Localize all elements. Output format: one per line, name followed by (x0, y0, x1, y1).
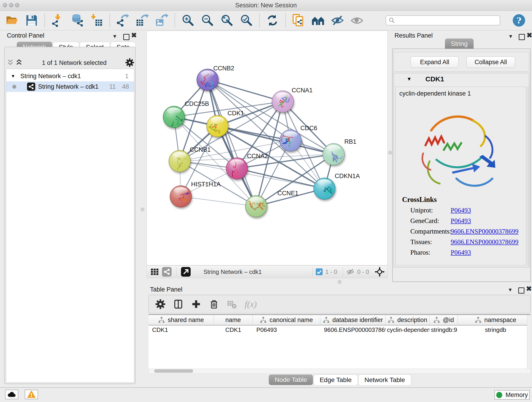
column-type-icon (388, 317, 394, 323)
network-canvas[interactable]: CCNB2CCNA1CDC25BCDK1CDC6RB1CCNB1CCNA2CDK… (147, 31, 388, 265)
table-horizontal-scrollbar[interactable] (148, 369, 531, 374)
table-vertical-scrollbar[interactable] (527, 315, 531, 369)
open-session-button[interactable] (6, 14, 19, 27)
network-status-dot (12, 85, 16, 89)
bottom-splitter-handle[interactable] (338, 280, 341, 284)
tab-node-table[interactable]: Node Table (269, 375, 313, 385)
tab-string[interactable]: String (445, 38, 474, 49)
export-image-button[interactable] (155, 14, 168, 27)
cdk1-section-title: CDK1 (425, 75, 444, 83)
column-header-name[interactable]: name (214, 315, 253, 325)
zoom-out-button[interactable] (201, 14, 214, 27)
show-all-button[interactable] (350, 14, 364, 27)
string-network-icon (27, 83, 35, 91)
column-header-database-identifier[interactable]: database identifier (320, 315, 386, 325)
crosslink-link[interactable]: 9606.ENSP00000378699 (451, 238, 519, 245)
network-badge-icon[interactable] (162, 267, 172, 277)
current-network-title: String Network – cdk1 (203, 268, 262, 275)
crosslink-link[interactable]: P06493 (451, 217, 471, 224)
cloud-button[interactable] (5, 390, 18, 399)
crosslink-row-genecard-: GeneCard:P06493 (410, 217, 525, 228)
import-table-from-file-button[interactable] (90, 14, 103, 27)
hide-selection-button[interactable] (331, 14, 344, 27)
cdk1-expander-icon[interactable]: ▼ (407, 76, 412, 82)
results-scrollbar[interactable] (526, 87, 529, 265)
delete-column-button[interactable] (209, 299, 219, 309)
left-splitter-handle[interactable] (141, 208, 144, 211)
results-panel-float-icon[interactable] (519, 34, 525, 40)
protein-description: cyclin-dependent kinase 1 (399, 90, 471, 97)
edge-CCNB2-RB1[interactable] (208, 80, 334, 154)
node-label-RB1: RB1 (344, 138, 356, 145)
scrollbar-thumb[interactable] (154, 369, 193, 373)
crosslink-link[interactable]: P06493 (451, 249, 471, 256)
expand-all-button[interactable]: Expand All (411, 56, 459, 68)
zoom-in-button[interactable] (181, 14, 195, 27)
control-panel-float-icon[interactable] (123, 34, 129, 40)
control-panel-menu-icon[interactable]: ▼ (112, 33, 117, 39)
table-settings-button[interactable] (155, 299, 165, 309)
collection-expander-icon[interactable]: ▼ (11, 74, 15, 79)
search-input[interactable] (395, 17, 497, 24)
network-graph[interactable]: CCNB2CCNA1CDC25BCDK1CDC6RB1CCNB1CCNA2CDK… (147, 31, 387, 265)
cell--id: stringdb:9... (430, 326, 458, 333)
collapse-all-networks-button[interactable] (6, 58, 15, 67)
function-builder-button[interactable]: f(x) (245, 299, 257, 309)
new-network-from-selection-button[interactable] (292, 14, 305, 27)
network-row[interactable]: String Network – cdk1 11 48 (6, 81, 134, 92)
results-panel-menu-icon[interactable]: ▼ (508, 33, 513, 39)
memory-button[interactable]: Memory (494, 390, 530, 400)
node-label-CCNA2: CCNA2 (247, 153, 268, 160)
column-type-icon (433, 317, 440, 323)
table-row[interactable]: CDK1CDK1P064939606.ENSP00000378699cyclin… (148, 325, 531, 334)
crosslink-link[interactable]: P06493 (451, 206, 471, 214)
zoom-selected-button[interactable] (240, 14, 253, 27)
node-label-CDK1: CDK1 (228, 110, 244, 117)
column-header-description[interactable]: description (386, 315, 430, 325)
column-header-shared-name[interactable]: shared name (148, 315, 214, 325)
import-network-from-database-button[interactable] (70, 14, 84, 27)
warnings-button[interactable] (25, 390, 38, 399)
column-header--id[interactable]: @id (430, 315, 458, 325)
control-panel-close-icon[interactable]: ✖ (131, 31, 137, 39)
save-session-button[interactable] (25, 14, 38, 27)
collapse-all-button[interactable]: Collapse All (467, 56, 515, 68)
first-neighbors-button[interactable] (311, 14, 325, 27)
column-type-icon (475, 317, 481, 323)
column-label: canonical name (269, 317, 313, 324)
birdseye-view-icon[interactable] (181, 267, 191, 277)
toggle-columns-button[interactable] (173, 299, 183, 309)
column-header-canonical-name[interactable]: canonical name (253, 315, 320, 325)
tab-network-table[interactable]: Network Table (358, 375, 411, 385)
crosslink-link[interactable]: 9606.ENSP00000378699 (451, 228, 519, 235)
help-button[interactable]: ? (513, 14, 525, 27)
results-panel-close-icon[interactable]: ✖ (526, 31, 532, 39)
refresh-network-button[interactable] (266, 14, 279, 27)
column-header-namespace[interactable]: namespace (458, 315, 531, 325)
expand-all-networks-button[interactable] (15, 58, 23, 67)
table-panel-menu-icon[interactable]: ▼ (508, 287, 513, 293)
export-network-button[interactable] (116, 14, 129, 27)
import-network-from-file-button[interactable] (51, 14, 64, 27)
network-options-gear-icon[interactable] (125, 58, 134, 67)
crosshair-icon[interactable] (375, 267, 385, 277)
edge-CCNA2-CDKN1A[interactable] (237, 168, 324, 189)
selected-counts: 1 - 0 (325, 268, 337, 275)
tab-edge-table[interactable]: Edge Table (313, 375, 358, 385)
add-column-button[interactable] (191, 299, 201, 309)
column-label: @id (443, 317, 454, 324)
delete-table-button[interactable] (227, 299, 237, 309)
zoom-fit-content-button[interactable] (220, 14, 234, 27)
crosslink-label: GeneCard: (410, 217, 451, 225)
edge-HIST1H1A-CCNE1[interactable] (181, 196, 256, 206)
search-box[interactable] (386, 15, 500, 26)
network-collection-row[interactable]: ▼ String Network – cdk1 1 (6, 71, 134, 81)
table-panel-float-icon[interactable] (518, 287, 525, 294)
node-label-CCNE1: CCNE1 (278, 190, 298, 197)
grid-view-icon[interactable] (150, 267, 159, 276)
crosslink-label: Uniprot: (410, 206, 451, 214)
export-table-button[interactable] (136, 14, 149, 27)
collection-label: String Network – cdk1 (20, 73, 81, 80)
table-panel-close-icon[interactable]: ✖ (526, 285, 532, 293)
right-splitter-handle[interactable] (388, 151, 392, 154)
